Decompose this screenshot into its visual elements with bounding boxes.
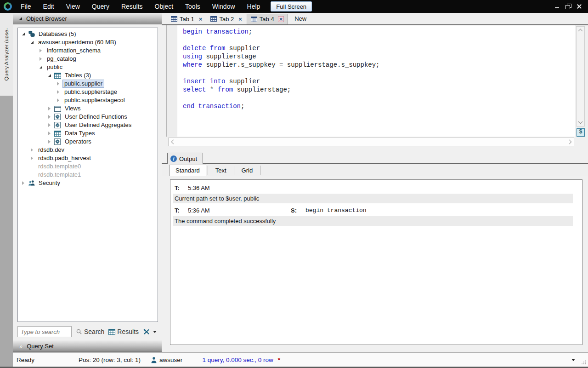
new-tab-button[interactable]: New (294, 15, 306, 24)
restore-icon[interactable] (565, 4, 571, 9)
tree-item-rdsdb-dev[interactable]: rdsdb.dev (18, 146, 158, 154)
scroll-up-icon[interactable] (577, 27, 584, 34)
status-user: awsuser (159, 356, 182, 363)
scroll-right-icon[interactable] (566, 138, 574, 146)
collapsed-arrow-icon[interactable] (47, 132, 54, 135)
collapsed-arrow-icon[interactable] (47, 115, 54, 119)
sql-badge-icon[interactable]: $ (577, 128, 585, 137)
output-console[interactable]: T:5:36 AMCurrent path set to $user, publ… (170, 179, 582, 345)
expand-chevron-icon: » (19, 343, 23, 350)
tree-item-label: User Defined Functions (63, 113, 129, 121)
side-strip: Query Analyzer (upse- (0, 13, 13, 368)
close-tab-icon[interactable]: × (278, 16, 284, 22)
tree-item-label: Databases (5) (37, 30, 78, 38)
subtab-separator (260, 166, 260, 175)
object-browser-header[interactable]: Object Browser (13, 13, 162, 24)
collapsed-arrow-icon[interactable] (21, 181, 28, 185)
tree-item-information-schema[interactable]: information_schema (18, 46, 158, 55)
tab-label: Tab 2 (219, 16, 234, 23)
collapsed-arrow-icon[interactable] (29, 148, 37, 152)
query-analyzer-vertical-tab[interactable]: Query Analyzer (upse- (0, 13, 13, 96)
results-button[interactable]: Results (108, 328, 139, 335)
full-screen-button[interactable]: Full Screen (271, 1, 312, 12)
editor-tab-tab-4[interactable]: Tab 4× (247, 14, 288, 24)
tree-item-rdsdb-padb-harvest[interactable]: rdsdb.padb_harvest (18, 154, 158, 162)
menu-item-object[interactable]: Object (149, 3, 179, 10)
menu-item-view[interactable]: View (60, 3, 86, 10)
collapsed-arrow-icon[interactable] (56, 98, 63, 102)
scroll-down-icon[interactable] (577, 119, 584, 126)
search-label: Search (84, 328, 104, 335)
sql-editor[interactable]: begin transaction;delete from supplierus… (166, 25, 575, 137)
search-input[interactable] (17, 326, 72, 337)
tree-item-databases-5[interactable]: Databases (5) (18, 30, 158, 38)
collapsed-arrow-icon[interactable] (47, 107, 54, 110)
tree-item-user-defined-functions[interactable]: User Defined Functions (18, 113, 158, 121)
output-subtab-standard[interactable]: Standard (169, 165, 206, 176)
expanded-arrow-icon[interactable] (38, 66, 45, 69)
resize-grip-icon[interactable] (581, 359, 587, 365)
menu-item-results[interactable]: Results (115, 3, 149, 10)
search-button[interactable]: Search (76, 328, 104, 335)
tree-item-pg-catalog[interactable]: pg_catalog (18, 55, 158, 63)
tree-item-security[interactable]: Security (18, 179, 158, 187)
tree-item-rdsdb-template1[interactable]: rdsdb.template1 (18, 171, 158, 179)
collapsed-arrow-icon[interactable] (38, 57, 45, 61)
tree-item-public[interactable]: public (18, 63, 158, 71)
tree-item-label: rdsdb.template1 (37, 171, 82, 178)
menu-item-window[interactable]: Window (206, 3, 241, 10)
query-set-header[interactable]: » Query Set (13, 340, 162, 352)
tree-item-operators[interactable]: Operators (18, 138, 158, 146)
expanded-arrow-icon[interactable] (47, 74, 54, 77)
tree-item-tables-3[interactable]: Tables (3) (18, 71, 158, 80)
expanded-arrow-icon[interactable] (21, 33, 28, 35)
collapsed-arrow-icon[interactable] (29, 156, 37, 160)
output-subtab-text[interactable]: Text (209, 165, 232, 176)
output-tab[interactable]: i Output (167, 153, 203, 164)
gear-icon (54, 138, 63, 145)
editor-tab-tab-1[interactable]: Tab 1× (167, 14, 207, 24)
menu-item-help[interactable]: Help (241, 3, 266, 10)
results-grid-icon (108, 329, 115, 335)
app-logo-icon (4, 2, 12, 11)
tree-item-rdsdb-template0[interactable]: rdsdb.template0 (18, 162, 158, 171)
collapsed-arrow-icon[interactable] (47, 123, 54, 127)
expanded-arrow-icon[interactable] (29, 41, 37, 44)
output-subtab-grid[interactable]: Grid (236, 165, 259, 176)
collapsed-arrow-icon[interactable] (56, 90, 63, 94)
code-line (183, 94, 575, 102)
close-tab-icon[interactable]: × (237, 17, 243, 22)
editor-vertical-scrollbar[interactable] (576, 26, 585, 126)
editor-tab-tab-2[interactable]: Tab 2× (207, 14, 246, 24)
menu-item-edit[interactable]: Edit (37, 3, 60, 10)
tree-item-label: Operators (63, 138, 93, 145)
code-line (183, 69, 575, 77)
minimize-icon[interactable] (554, 4, 560, 9)
collapsed-arrow-icon[interactable] (38, 49, 45, 52)
status-dropdown-icon[interactable] (571, 359, 575, 361)
tools-dropdown-button[interactable] (143, 328, 157, 335)
databases-icon (28, 30, 37, 38)
tree-item-label: awsuser.upsertdemo (60 MB) (37, 39, 118, 46)
collapsed-arrow-icon[interactable] (56, 82, 63, 86)
status-query-stats[interactable]: 1 query, 0.000 sec., 0 row (202, 356, 273, 363)
tree-item-label: rdsdb.padb_harvest (37, 155, 92, 162)
tree-item-public-supplier[interactable]: public.supplier (18, 80, 158, 88)
object-browser-panel: Object Browser Databases (5)awsuser.upse… (13, 13, 162, 352)
scroll-left-icon[interactable] (169, 138, 176, 146)
subtab-separator (208, 166, 208, 175)
tree-item-awsuser-upsertdemo-60-mb[interactable]: awsuser.upsertdemo (60 MB) (18, 38, 158, 46)
menu-item-tools[interactable]: Tools (179, 3, 206, 10)
tree-item-public-supplierstage[interactable]: public.supplierstage (18, 88, 158, 96)
tree-item-public-supplierstagecol[interactable]: public.supplierstagecol (18, 96, 158, 104)
menu-item-file[interactable]: File (15, 3, 37, 10)
close-icon[interactable] (576, 4, 582, 9)
table-grid-icon (251, 17, 257, 22)
tree-item-user-defined-aggregates[interactable]: User Defined Aggregates (18, 121, 158, 129)
close-tab-icon[interactable]: × (198, 17, 204, 22)
tree-item-views[interactable]: Views (18, 104, 158, 113)
editor-horizontal-scrollbar[interactable] (168, 138, 574, 146)
menu-item-query[interactable]: Query (86, 3, 115, 10)
tree-item-data-types[interactable]: Data Types (18, 129, 158, 138)
collapsed-arrow-icon[interactable] (47, 140, 54, 144)
